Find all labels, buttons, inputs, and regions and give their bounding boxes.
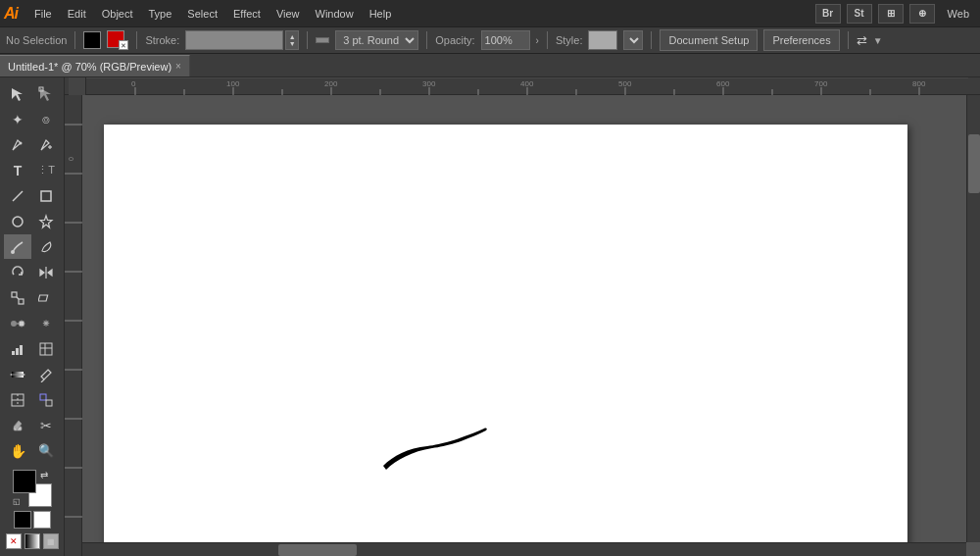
paintbrush-tool[interactable]: [4, 234, 31, 259]
bridge-icon[interactable]: Br: [815, 4, 841, 24]
ellipse-tool[interactable]: [4, 209, 31, 233]
svg-text:800: 800: [912, 79, 926, 88]
tool-row-13: [4, 387, 60, 412]
main-area: ✦ ⌾ T ⋮T: [0, 77, 980, 556]
pen-tool[interactable]: [4, 132, 31, 157]
brush-stroke: [378, 419, 496, 478]
add-anchor-tool[interactable]: [32, 132, 60, 157]
brush-select[interactable]: 3 pt. Round: [335, 30, 418, 50]
scale-tool[interactable]: [4, 285, 31, 310]
star-tool[interactable]: [32, 209, 60, 233]
tool-row-11: [4, 336, 60, 361]
stroke-none-indicator: ✕: [119, 40, 128, 50]
line-tool[interactable]: [4, 183, 31, 208]
menu-edit[interactable]: Edit: [61, 6, 93, 22]
scissors-tool[interactable]: ✂: [32, 413, 60, 437]
tab-close-button[interactable]: ×: [175, 62, 181, 72]
tool-row-2: ✦ ⌾: [4, 107, 60, 131]
eraser-tool[interactable]: [4, 413, 31, 437]
selection-tool[interactable]: [4, 81, 31, 106]
preferences-button[interactable]: Preferences: [763, 29, 839, 51]
swap-colors-button[interactable]: ⇄: [40, 470, 52, 481]
rotate-tool[interactable]: [4, 260, 31, 284]
app-logo: Ai: [4, 5, 18, 23]
stroke-stepper[interactable]: ▲▼: [285, 30, 299, 50]
menu-file[interactable]: File: [27, 6, 59, 22]
mesh-tool[interactable]: [32, 336, 60, 361]
divider-7: [848, 31, 849, 49]
svg-text:200: 200: [324, 79, 338, 88]
menu-bar: Ai File Edit Object Type Select Effect V…: [0, 0, 980, 26]
color-area: ⇄ ◱ ✕ ▦: [6, 470, 59, 549]
svg-rect-17: [38, 295, 48, 301]
arrange-icon[interactable]: ⇄: [857, 33, 867, 48]
svg-rect-23: [20, 345, 23, 355]
svg-text:0: 0: [131, 79, 136, 88]
menu-view[interactable]: View: [270, 6, 307, 22]
shear-tool[interactable]: [32, 285, 60, 310]
layout-icon[interactable]: ⊞: [878, 4, 904, 24]
stroke-input[interactable]: [185, 30, 283, 50]
blob-brush-tool[interactable]: [32, 234, 60, 259]
menu-select[interactable]: Select: [180, 6, 224, 22]
pattern-button[interactable]: ▦: [43, 533, 59, 549]
zoom-tool[interactable]: 🔍: [32, 438, 60, 463]
svg-rect-21: [12, 351, 15, 355]
menu-help[interactable]: Help: [363, 6, 399, 22]
svg-line-31: [41, 379, 44, 382]
blend-tool[interactable]: [4, 311, 31, 335]
svg-marker-30: [24, 374, 25, 376]
tool-row-15: ✋ 🔍: [4, 438, 60, 463]
horizontal-scrollbar[interactable]: [82, 542, 966, 556]
hand-tool[interactable]: ✋: [4, 438, 31, 463]
document-tab[interactable]: Untitled-1* @ 70% (RGB/Preview) ×: [0, 55, 190, 76]
type-tool[interactable]: T: [4, 158, 31, 182]
reset-colors-button[interactable]: ◱: [13, 497, 23, 507]
arrange-dropdown[interactable]: ▼: [873, 35, 883, 46]
symbol-sprayer-tool[interactable]: ⁕: [32, 311, 60, 335]
broadcast-icon[interactable]: ⊕: [909, 4, 935, 24]
svg-point-10: [11, 250, 15, 254]
reflect-tool[interactable]: [32, 260, 60, 284]
svg-rect-24: [40, 343, 52, 355]
divider-4: [426, 31, 427, 49]
column-graph-tool[interactable]: [4, 336, 31, 361]
vertical-scrollbar-thumb[interactable]: [968, 134, 980, 193]
menu-type[interactable]: Type: [142, 6, 179, 22]
vertical-scrollbar[interactable]: [966, 95, 980, 542]
fill-indicator[interactable]: [14, 511, 31, 529]
stock-icon[interactable]: St: [847, 4, 872, 24]
svg-marker-0: [12, 88, 23, 101]
eyedropper-tool[interactable]: [32, 362, 60, 386]
style-label: Style:: [556, 34, 583, 46]
magic-wand-tool[interactable]: ✦: [4, 107, 31, 131]
menu-window[interactable]: Window: [309, 6, 361, 22]
lasso-tool[interactable]: ⌾: [32, 107, 60, 131]
style-select[interactable]: [623, 30, 643, 50]
document-canvas[interactable]: [104, 125, 907, 556]
document-setup-button[interactable]: Document Setup: [660, 29, 758, 51]
direct-selection-tool[interactable]: [32, 81, 60, 106]
foreground-color-swatch[interactable]: [13, 470, 36, 493]
rectangle-tool[interactable]: [32, 183, 60, 208]
svg-text:300: 300: [422, 79, 436, 88]
slice-select-tool[interactable]: [32, 387, 60, 412]
menu-web[interactable]: Web: [941, 6, 976, 22]
vertical-type-tool[interactable]: ⋮T: [32, 158, 60, 182]
opacity-input[interactable]: [481, 30, 530, 50]
horizontal-scrollbar-thumb[interactable]: [278, 544, 357, 556]
stroke-indicator[interactable]: [33, 511, 51, 529]
gradient-tool[interactable]: [4, 362, 31, 386]
none-color-button[interactable]: ✕: [6, 533, 22, 549]
svg-marker-29: [10, 374, 12, 376]
slice-tool[interactable]: [4, 387, 31, 412]
menu-object[interactable]: Object: [95, 6, 140, 22]
opacity-arrow[interactable]: ›: [536, 35, 539, 46]
svg-marker-13: [48, 270, 52, 276]
fg-bg-swatch-group: ⇄ ◱: [13, 470, 52, 507]
menu-effect[interactable]: Effect: [226, 6, 268, 22]
fill-swatch[interactable]: [83, 31, 101, 49]
canvas-area: 0 100 200 300 400 500 600: [65, 77, 980, 556]
tool-row-5: [4, 183, 60, 208]
gradient-button[interactable]: [24, 533, 40, 549]
